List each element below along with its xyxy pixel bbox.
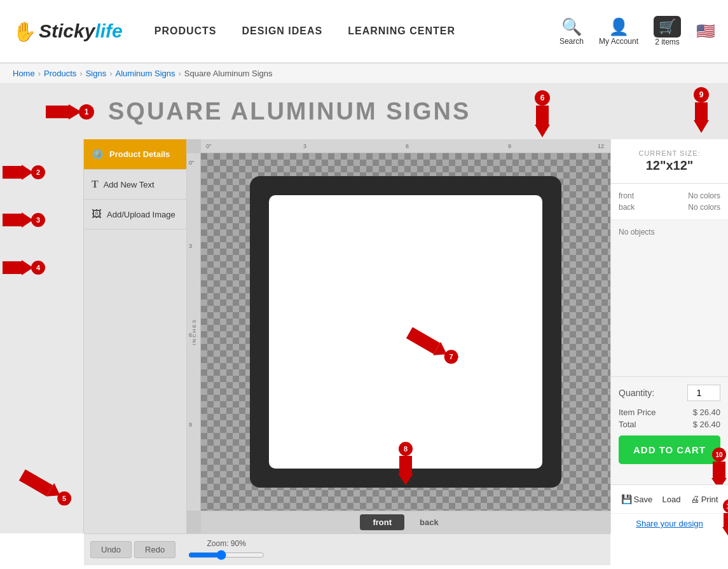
logo-hand-icon: ✋	[13, 20, 36, 43]
back-no-colors: No colors	[688, 203, 720, 212]
search-action[interactable]: 🔍 Search	[560, 17, 584, 46]
add-to-cart-button[interactable]: ADD TO CART	[619, 435, 720, 464]
redo-button[interactable]: Redo	[134, 541, 175, 558]
save-label: Save	[634, 495, 653, 504]
share-label[interactable]: Share your design	[636, 519, 703, 528]
color-info-section: front No colors back No colors	[611, 184, 728, 220]
ruler-left: INCHES 0" 3 6 9	[187, 153, 201, 511]
logo-sticky: Sticky	[39, 20, 95, 42]
logo-life: life	[95, 20, 122, 42]
annotation-8-badge: 8	[399, 442, 413, 456]
main-workspace: 1 SQUARE ALUMINUM SIGNS 6 9 2	[0, 84, 728, 565]
flag-selector[interactable]: 🇺🇸	[696, 22, 715, 40]
back-tab[interactable]: back	[407, 514, 451, 530]
item-price-label: Item Price	[619, 408, 656, 417]
annotation-9: 9	[694, 87, 709, 133]
annotation-11: 11	[722, 499, 728, 538]
print-label: Print	[701, 495, 718, 504]
breadcrumb-products[interactable]: Products	[44, 69, 76, 78]
page-title-banner: 1 SQUARE ALUMINUM SIGNS 6 9	[0, 84, 728, 139]
main-nav: PRODUCTS DESIGN IDEAS LEARNING CENTER	[155, 25, 560, 37]
annotation-1: 1	[46, 104, 94, 120]
item-price-value: $ 26.40	[693, 408, 720, 417]
flag-icon: 🇺🇸	[696, 22, 715, 39]
zoom-slider[interactable]	[188, 550, 264, 560]
annotation-11-badge: 11	[723, 499, 728, 513]
undo-button[interactable]: Undo	[90, 541, 132, 558]
print-button[interactable]: 🖨 Print	[690, 494, 718, 504]
save-load-section: 💾 Save Load 🖨 Print 11	[611, 484, 728, 513]
no-objects-section: No objects	[611, 220, 728, 376]
sign-surface	[269, 195, 542, 469]
current-size-value: 12"x12"	[619, 158, 720, 173]
annotation-3-badge: 3	[31, 213, 45, 227]
annotation-2-badge: 2	[31, 165, 45, 179]
save-button[interactable]: 💾 Save	[621, 494, 653, 504]
nav-products[interactable]: PRODUCTS	[155, 25, 217, 37]
front-tab[interactable]: front	[360, 514, 404, 530]
product-details-label: Product Details	[109, 149, 170, 159]
breadcrumb-signs[interactable]: Signs	[86, 69, 107, 78]
right-panel: CURRENT SIZE: 12"x12" front No colors ba…	[610, 139, 728, 533]
share-section: Share your design	[611, 513, 728, 533]
quantity-label: Quantity:	[619, 388, 654, 398]
current-size-label: CURRENT SIZE:	[619, 149, 720, 157]
annotation-7-badge: 7	[444, 350, 458, 364]
breadcrumb-sep-2: ›	[79, 69, 82, 78]
search-label: Search	[560, 37, 584, 46]
canvas-content[interactable]: 7 8	[201, 153, 610, 511]
load-button[interactable]: Load	[662, 495, 680, 504]
cart-action[interactable]: 🛒 2 items	[654, 16, 681, 46]
add-image-label: Add/Upload Image	[107, 210, 175, 219]
image-icon: 🖼	[92, 209, 102, 220]
annotation-9-badge: 9	[694, 87, 709, 102]
annotation-5: 5	[19, 467, 74, 508]
add-image-tool[interactable]: 🖼 Add/Upload Image	[84, 200, 186, 230]
load-label: Load	[662, 495, 680, 504]
add-text-tool[interactable]: T Add New Text	[84, 170, 186, 200]
breadcrumb-sep-4: ›	[179, 69, 181, 78]
account-action[interactable]: 👤 My Account	[599, 17, 638, 46]
annotation-2: 2	[3, 165, 45, 180]
quantity-row: Quantity:	[619, 385, 720, 401]
nav-learning-center[interactable]: LEARNING CENTER	[348, 25, 455, 37]
total-value: $ 26.40	[693, 420, 720, 429]
annotation-3: 3	[3, 212, 45, 228]
breadcrumb-home[interactable]: Home	[13, 69, 35, 78]
sign-frame	[250, 176, 561, 488]
cart-label: 2 items	[655, 38, 680, 46]
product-details-tool[interactable]: ⚙️ Product Details	[84, 139, 186, 170]
annotation-6: 6	[535, 90, 550, 137]
no-objects-label: No objects	[619, 228, 655, 237]
breadcrumb-current: Square Aluminum Signs	[184, 69, 273, 78]
account-label: My Account	[599, 37, 638, 46]
front-no-colors: No colors	[688, 191, 720, 200]
logo[interactable]: ✋ Stickylife	[13, 20, 123, 43]
header: ✋ Stickylife PRODUCTS DESIGN IDEAS LEARN…	[0, 0, 728, 64]
breadcrumb-sep-3: ›	[109, 69, 112, 78]
nav-design-ideas[interactable]: DESIGN IDEAS	[242, 25, 323, 37]
canvas-tab-bar: front back	[201, 511, 610, 533]
back-color-row: back No colors	[619, 203, 720, 212]
page-title: SQUARE ALUMINUM SIGNS	[108, 98, 715, 125]
front-label: front	[619, 191, 634, 200]
back-label: back	[619, 203, 635, 212]
quantity-section: Quantity: Item Price $ 26.40 Total $ 26.…	[611, 376, 728, 472]
annotation-8: 8	[398, 442, 413, 485]
annotation-10: 10	[711, 448, 727, 490]
undo-redo-controls: Undo Redo	[90, 541, 175, 558]
workspace-row: 2 3 4 5 ⚙️ Pr	[0, 139, 728, 533]
text-icon: T	[92, 179, 99, 190]
account-icon: 👤	[608, 17, 629, 37]
gear-icon: ⚙️	[92, 148, 104, 160]
annotation-5-badge: 5	[57, 491, 71, 505]
breadcrumb: Home › Products › Signs › Aluminum Signs…	[0, 64, 728, 84]
annotation-6-badge: 6	[535, 90, 550, 106]
ruler-top: 0" 3 6 9 12	[201, 139, 610, 153]
quantity-input[interactable]	[687, 385, 720, 401]
breadcrumb-aluminum-signs[interactable]: Aluminum Signs	[116, 69, 175, 78]
annotation-4: 4	[3, 260, 45, 275]
current-size-section: CURRENT SIZE: 12"x12"	[611, 139, 728, 184]
add-text-label: Add New Text	[104, 180, 155, 189]
zoom-control: Zoom: 90%	[188, 539, 264, 560]
